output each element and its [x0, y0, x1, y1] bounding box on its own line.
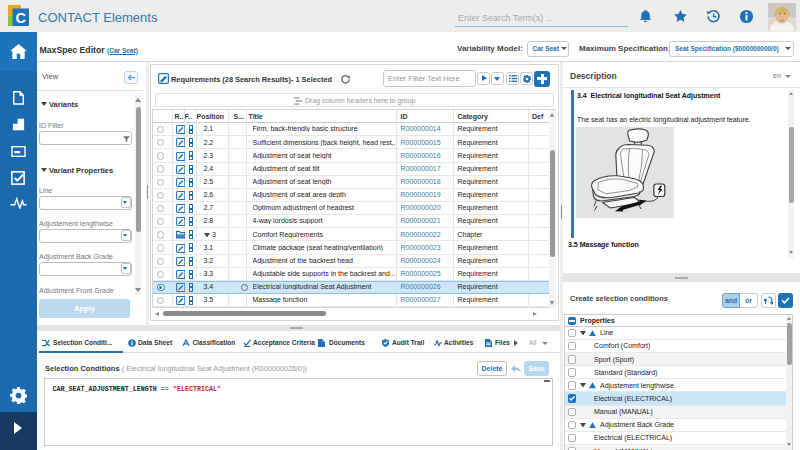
svg-text:C: C — [15, 10, 26, 26]
